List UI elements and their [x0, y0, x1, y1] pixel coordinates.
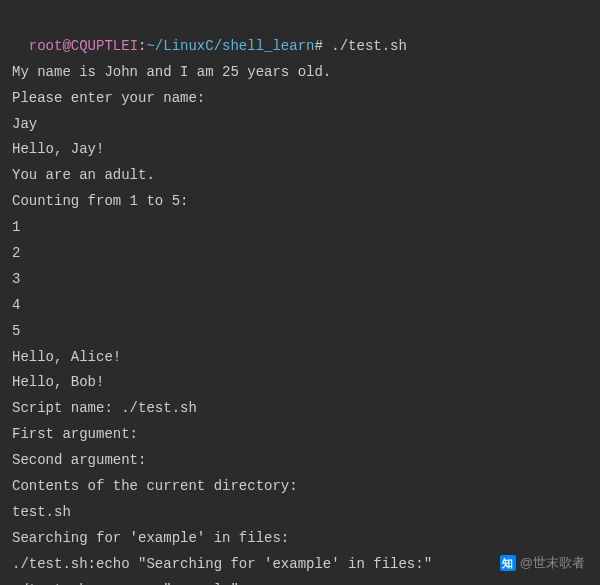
watermark: 知 @世末歌者 — [500, 551, 585, 575]
output-line: 2 — [12, 241, 588, 267]
output-line: Counting from 1 to 5: — [12, 189, 588, 215]
output-line: test.sh — [12, 500, 588, 526]
prompt-line: root@CQUPTLEI:~/LinuxC/shell_learn# ./te… — [29, 38, 407, 54]
prompt-path: ~/LinuxC/shell_learn — [146, 38, 314, 54]
output-line: 1 — [12, 215, 588, 241]
output-line: Script name: ./test.sh — [12, 396, 588, 422]
output-line: First argument: — [12, 422, 588, 448]
output-line: ./test.sh:grep -r "example" . — [12, 578, 588, 585]
output-line: You are an adult. — [12, 163, 588, 189]
output-line: Second argument: — [12, 448, 588, 474]
output-line: 3 — [12, 267, 588, 293]
output-line: Contents of the current directory: — [12, 474, 588, 500]
output-line: My name is John and I am 25 years old. — [12, 60, 588, 86]
output-line: Jay — [12, 112, 588, 138]
output-line: 5 — [12, 319, 588, 345]
output-line: Searching for 'example' in files: — [12, 526, 588, 552]
output-line: Hello, Jay! — [12, 137, 588, 163]
output-line: Please enter your name: — [12, 86, 588, 112]
output-line: 4 — [12, 293, 588, 319]
prompt-user: root@CQUPTLEI — [29, 38, 138, 54]
prompt-symbol: # — [314, 38, 322, 54]
output-line: Hello, Bob! — [12, 370, 588, 396]
command-text: ./test.sh — [331, 38, 407, 54]
terminal-output: root@CQUPTLEI:~/LinuxC/shell_learn# ./te… — [12, 8, 588, 585]
watermark-text: @世末歌者 — [520, 551, 585, 575]
output-line: Hello, Alice! — [12, 345, 588, 371]
zhihu-icon: 知 — [500, 555, 516, 571]
